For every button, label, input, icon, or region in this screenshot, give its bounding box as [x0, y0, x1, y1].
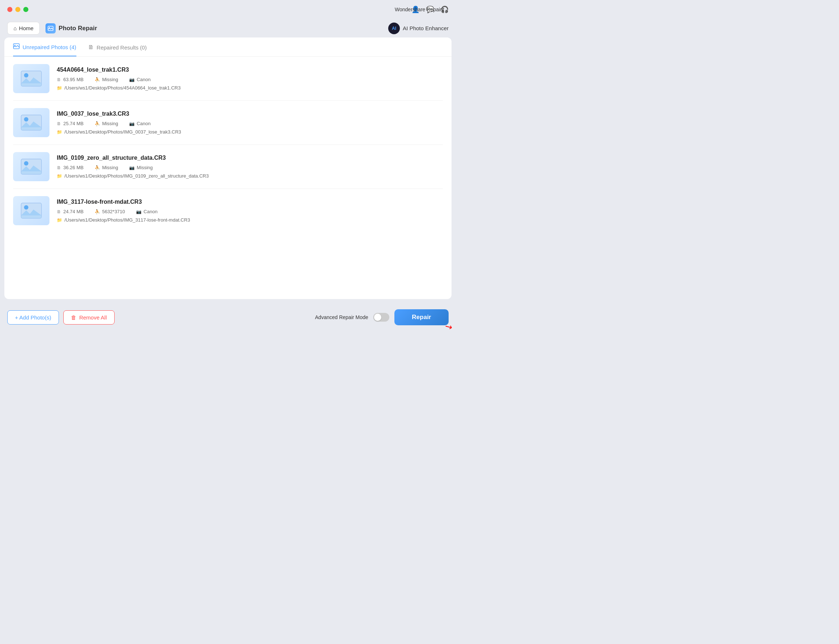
file-info: IMG_3117-lose-front-mdat.CR3 🗎 24.74 MB …: [57, 199, 443, 223]
main-content: Unrepaired Photos (4) 🗎 Repaired Results…: [4, 38, 452, 299]
section-label: Photo Repair: [59, 25, 97, 32]
bottom-right: Advanced Repair Mode Repair ↘: [315, 309, 448, 325]
resolution-icon: ⛹: [95, 121, 100, 126]
file-path: 📁 /Users/ws1/Desktop/Photos/IMG_0037_los…: [57, 129, 443, 135]
file-path: 📁 /Users/ws1/Desktop/Photos/454A0664_los…: [57, 85, 443, 90]
file-thumbnail: [13, 108, 49, 137]
bottom-bar: + Add Photo(s) 🗑 Remove All Advanced Rep…: [0, 304, 456, 331]
resolution-icon: ⛹: [95, 165, 100, 170]
toggle-knob: [374, 314, 381, 321]
remove-all-button[interactable]: 🗑 Remove All: [63, 310, 115, 325]
close-button[interactable]: [7, 7, 12, 12]
minimize-button[interactable]: [15, 7, 20, 12]
ai-enhancer-label: AI Photo Enhancer: [403, 25, 448, 31]
nav-right: AI AI Photo Enhancer: [388, 23, 448, 34]
camera-icon: 📷: [129, 121, 135, 126]
file-meta: 🗎 24.74 MB ⛹ 5632*3710 📷 Canon: [57, 209, 443, 214]
file-icon: 🗎: [57, 209, 61, 214]
file-camera: 📷 Canon: [129, 77, 151, 82]
file-resolution: ⛹ Missing: [95, 165, 118, 170]
remove-all-label: Remove All: [79, 314, 107, 320]
file-list: 454A0664_lose_trak1.CR3 🗎 63.95 MB ⛹ Mis…: [4, 57, 452, 299]
file-icon: 🗎: [57, 165, 61, 170]
file-camera: 📷 Canon: [129, 121, 151, 126]
title-bar: Wondershare Repairit 👤 💬 🎧: [0, 0, 456, 19]
repair-button[interactable]: Repair: [394, 309, 448, 325]
tab-repaired[interactable]: 🗎 Repaired Results (0): [88, 44, 147, 56]
nav-bar: ⌂ Home Photo Repair AI AI Photo Enhancer: [0, 19, 456, 38]
file-meta: 🗎 63.95 MB ⛹ Missing 📷 Canon: [57, 77, 443, 82]
camera-icon: 📷: [129, 77, 135, 82]
traffic-lights: [7, 7, 28, 12]
file-camera: 📷 Canon: [136, 209, 158, 214]
file-thumbnail: [13, 196, 49, 225]
file-item: 454A0664_lose_trak1.CR3 🗎 63.95 MB ⛹ Mis…: [13, 57, 443, 101]
photo-repair-icon: [46, 23, 56, 33]
file-meta: 🗎 36.26 MB ⛹ Missing 📷 Missing: [57, 165, 443, 170]
nav-section: Photo Repair: [46, 23, 97, 33]
svg-point-7: [24, 117, 28, 122]
file-camera: 📷 Missing: [129, 165, 153, 170]
tab-repaired-label: Repaired Results (0): [97, 44, 147, 51]
file-icon: 🗎: [57, 121, 61, 126]
maximize-button[interactable]: [23, 7, 28, 12]
file-size: 🗎 25.74 MB: [57, 121, 84, 126]
file-info: 454A0664_lose_trak1.CR3 🗎 63.95 MB ⛹ Mis…: [57, 67, 443, 90]
home-label: Home: [19, 25, 33, 31]
tab-unrepaired-label: Unrepaired Photos (4): [23, 44, 76, 50]
folder-icon: 📁: [57, 130, 62, 135]
file-path: 📁 /Users/ws1/Desktop/Photos/IMG_0109_zer…: [57, 173, 443, 179]
file-item: IMG_0109_zero_all_structure_data.CR3 🗎 3…: [13, 145, 443, 189]
folder-icon: 📁: [57, 174, 62, 179]
file-size: 🗎 36.26 MB: [57, 165, 84, 170]
camera-icon: 📷: [129, 165, 135, 170]
file-thumbnail: [13, 152, 49, 181]
file-name: 454A0664_lose_trak1.CR3: [57, 67, 443, 73]
unrepaired-tab-icon: [13, 43, 20, 51]
camera-icon: 📷: [136, 209, 141, 214]
file-meta: 🗎 25.74 MB ⛹ Missing 📷 Canon: [57, 121, 443, 126]
file-resolution: ⛹ Missing: [95, 121, 118, 126]
tabs: Unrepaired Photos (4) 🗎 Repaired Results…: [4, 38, 452, 57]
repair-label: Repair: [412, 314, 431, 321]
svg-point-5: [24, 73, 28, 77]
file-size: 🗎 24.74 MB: [57, 209, 84, 214]
resolution-icon: ⛹: [95, 77, 100, 82]
file-info: IMG_0037_lose_trak3.CR3 🗎 25.74 MB ⛹ Mis…: [57, 111, 443, 135]
add-photo-label: + Add Photo(s): [15, 314, 51, 320]
file-size: 🗎 63.95 MB: [57, 77, 84, 82]
file-name: IMG_0109_zero_all_structure_data.CR3: [57, 154, 443, 161]
advanced-mode-toggle[interactable]: [373, 313, 389, 322]
file-name: IMG_0037_lose_trak3.CR3: [57, 111, 443, 117]
file-resolution: ⛹ 5632*3710: [95, 209, 125, 214]
file-thumbnail: [13, 64, 49, 93]
file-name: IMG_3117-lose-front-mdat.CR3: [57, 199, 443, 205]
add-photo-button[interactable]: + Add Photo(s): [7, 310, 59, 325]
tab-unrepaired[interactable]: Unrepaired Photos (4): [13, 43, 76, 56]
ai-icon: AI: [388, 23, 400, 34]
folder-icon: 📁: [57, 85, 62, 90]
ai-enhancer-button[interactable]: AI AI Photo Enhancer: [388, 23, 448, 34]
repair-button-wrapper: Repair ↘: [394, 309, 448, 325]
file-item: IMG_0037_lose_trak3.CR3 🗎 25.74 MB ⛹ Mis…: [13, 101, 443, 145]
remove-icon: 🗑: [71, 314, 76, 320]
svg-point-11: [24, 205, 28, 210]
file-info: IMG_0109_zero_all_structure_data.CR3 🗎 3…: [57, 154, 443, 179]
folder-icon: 📁: [57, 218, 62, 223]
window-title: Wondershare Repairit: [395, 7, 444, 12]
file-path: 📁 /Users/ws1/Desktop/Photos/IMG_3117-los…: [57, 217, 443, 223]
advanced-mode-label: Advanced Repair Mode: [315, 314, 368, 320]
home-button[interactable]: ⌂ Home: [7, 22, 39, 34]
file-icon: 🗎: [57, 77, 61, 82]
file-item: IMG_3117-lose-front-mdat.CR3 🗎 24.74 MB …: [13, 189, 443, 233]
file-resolution: ⛹ Missing: [95, 77, 118, 82]
svg-point-9: [24, 161, 28, 166]
home-icon: ⌂: [13, 25, 17, 31]
resolution-icon: ⛹: [95, 209, 100, 214]
repaired-tab-icon: 🗎: [88, 44, 94, 51]
